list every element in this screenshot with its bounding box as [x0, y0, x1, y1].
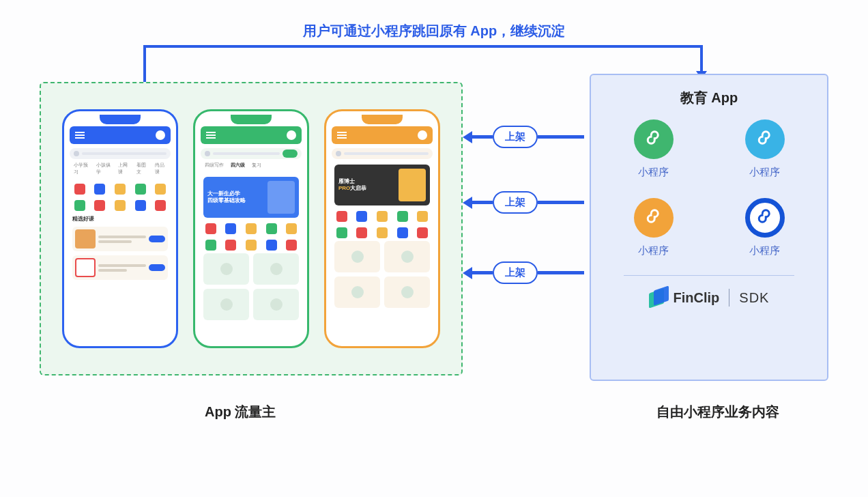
miniprogram-item: 小程序: [618, 198, 689, 257]
miniprogram-label: 小程序: [638, 244, 669, 257]
promo-banner: 大一新生必学四级零基础攻略: [203, 177, 299, 218]
publish-arrow: 上架: [463, 191, 584, 214]
section-head: 精选好课: [72, 215, 168, 223]
divider: [624, 275, 795, 276]
miniprogram-icon: [634, 198, 674, 238]
miniprogram-label: 小程序: [638, 166, 669, 179]
miniprogram-item: 小程序: [618, 119, 689, 179]
miniprogram-item: 小程序: [729, 119, 800, 179]
miniprogram-icon: [745, 119, 785, 159]
separator: [729, 289, 729, 307]
miniprogram-label: 小程序: [749, 244, 780, 257]
phone-tabrow: 小学预习 小孩俱学 上网课 看图文 尚品课: [70, 159, 171, 178]
card-grid: [332, 238, 433, 311]
menu-icon: [206, 132, 216, 139]
phone-mockup-green: 四级写作四六级复习 大一新生必学四级零基础攻略: [193, 109, 309, 348]
right-section-footer: 自由小程序业务内容: [656, 403, 779, 421]
left-section-title: App 流量主: [205, 403, 276, 421]
phone-topbar: [201, 126, 302, 144]
miniprogram-item: 小程序: [729, 198, 800, 257]
flow-return-label: 用户可通过小程序跳回原有 App，继续沉淀: [303, 22, 565, 40]
miniprogram-label: 小程序: [749, 166, 780, 179]
publish-arrow: 上架: [463, 126, 584, 148]
course-card: [72, 227, 168, 251]
search-input: [201, 148, 302, 159]
search-input: [332, 148, 433, 159]
publish-label: 上架: [493, 261, 538, 284]
panel-title: 教育 App: [680, 89, 738, 107]
miniprogram-icon: [745, 198, 785, 238]
promo-banner: 雁博士 PRO大启恭: [334, 165, 430, 205]
sdk-row: FinClip SDK: [649, 288, 770, 307]
app-traffic-owner-panel: 小学预习 小孩俱学 上网课 看图文 尚品课 精选好课 四级写作四六级复习 大一新…: [40, 82, 463, 375]
miniprogram-grid: 小程序 小程序 小程序 小程序: [605, 119, 813, 257]
card-grid: [201, 251, 302, 323]
phone-mockup-blue: 小学预习 小孩俱学 上网课 看图文 尚品课 精选好课: [62, 109, 178, 348]
publish-arrow: 上架: [463, 261, 584, 284]
menu-icon: [337, 132, 347, 139]
publish-label: 上架: [493, 126, 538, 148]
phone-topbar: [332, 126, 433, 144]
menu-icon: [75, 132, 85, 139]
course-card: [72, 255, 168, 280]
education-app-panel: 教育 App 小程序 小程序 小程序 小程序: [590, 74, 828, 381]
finclip-cube-icon: [649, 288, 668, 307]
phone-topbar: [70, 126, 171, 144]
avatar-icon: [287, 130, 296, 140]
phone-tabrow: 四级写作四六级复习: [201, 159, 302, 171]
finclip-logo: FinClip: [649, 288, 720, 307]
sdk-label: SDK: [739, 290, 769, 306]
avatar-icon: [156, 130, 165, 140]
publish-label: 上架: [493, 191, 538, 214]
phone-mockup-orange: 雁博士 PRO大启恭: [324, 109, 440, 348]
search-input: [70, 148, 171, 159]
finclip-text: FinClip: [674, 290, 720, 306]
miniprogram-icon: [634, 119, 674, 159]
avatar-icon: [418, 130, 427, 140]
